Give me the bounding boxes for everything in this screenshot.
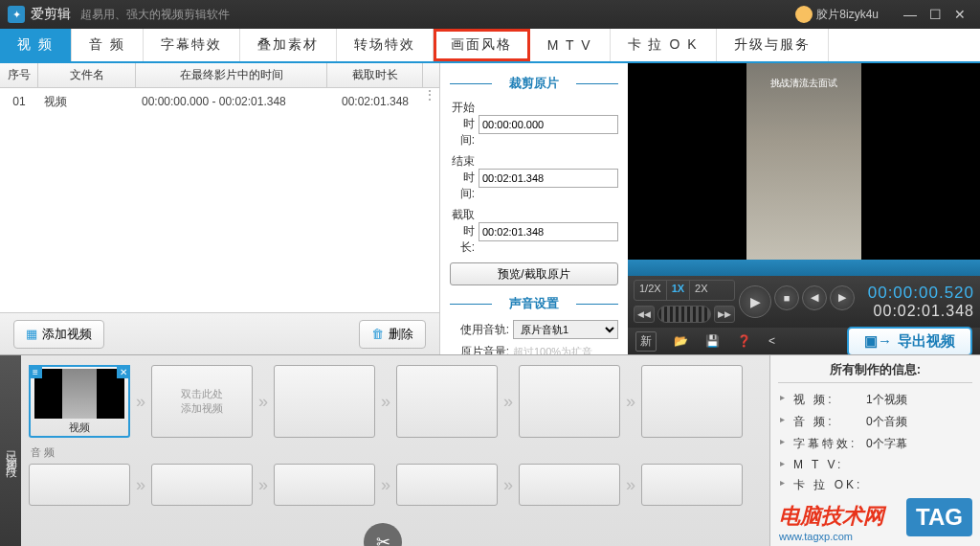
clip-placeholder[interactable] [519,365,620,438]
end-label: 结束时间: [450,153,475,202]
speed-selector: 1/2X 1X 2X [634,280,735,301]
expand-icon[interactable]: ▸ [780,458,793,471]
table-row[interactable]: 01 视频 00:00:00.000 - 00:02:01.348 00:02:… [0,88,439,115]
actions-bar: 新 📂 💾 ❓ < ▣→ 导出视频 [628,328,980,354]
table-body: 01 视频 00:00:00.000 - 00:02:01.348 00:02:… [0,88,439,312]
clips-area: ≡ ✕ 视频 » 双击此处 添加视频 » » » » 音 频 » » » » [21,355,769,546]
tab-audio[interactable]: 音 频 [72,29,144,61]
video-preview[interactable]: 挑战清流去面试 [628,63,980,260]
add-video-button[interactable]: ▦ 添加视频 [13,320,104,349]
time-display: 00:00:00.520 00:02:01.348 [868,284,974,320]
clip-close-icon[interactable]: ✕ [117,365,130,378]
main-tabs: 视 频 音 频 字幕特效 叠加素材 转场特效 画面风格 M T V 卡 拉 O … [0,29,980,63]
arrow-icon: » [503,475,513,495]
audio-clip-placeholder[interactable] [151,464,253,506]
export-icon: ▣→ [864,332,892,350]
clip-badge-icon: ≡ [29,365,42,378]
next-frame-button[interactable]: ▶ [830,285,855,310]
arrow-icon: » [381,475,390,495]
step-back-button[interactable]: ◀◀ [634,306,655,323]
share-icon[interactable]: < [768,334,775,348]
clip-placeholder[interactable] [274,365,375,438]
arrow-icon: » [626,392,635,412]
info-row: ▸视 频:1个视频 [778,389,972,411]
arrow-icon: » [258,392,268,412]
play-button[interactable]: ▶ [739,285,771,318]
track-label: 使用音轨: [450,322,509,338]
audio-clip-placeholder[interactable] [274,464,375,506]
preview-crop-button[interactable]: 预览/截取原片 [450,262,618,285]
user-area[interactable]: 胶片8izyk4u [795,6,879,23]
timeline-scrubber[interactable] [628,260,980,276]
add-icon: ▦ [26,327,37,341]
delete-button[interactable]: 🗑 删除 [359,320,426,349]
maximize-button[interactable]: ☐ [923,7,947,22]
save-icon[interactable]: 💾 [705,334,720,348]
video-caption: 挑战清流去面试 [746,77,861,90]
close-button[interactable]: ✕ [947,7,972,22]
tab-style[interactable]: 画面风格 [434,29,530,61]
info-title: 所有制作的信息: [778,361,972,383]
expand-icon[interactable]: ▸ [780,436,793,452]
tab-transition[interactable]: 转场特效 [337,29,434,61]
stop-button[interactable]: ■ [774,285,799,310]
clip-placeholder[interactable] [641,365,743,438]
info-row: ▸字幕特效:0个字幕 [778,433,972,455]
duration-input[interactable] [479,222,618,241]
app-title: 爱剪辑 [31,6,71,23]
row-menu-icon[interactable]: ⋮ [423,88,436,115]
clip-item[interactable]: ≡ ✕ 视频 [29,365,130,438]
audio-clip-placeholder[interactable] [519,464,620,506]
tab-overlay[interactable]: 叠加素材 [240,29,337,61]
step-fwd-button[interactable]: ▶▶ [714,306,735,323]
audio-clip-placeholder[interactable] [29,464,130,506]
expand-icon[interactable]: ▸ [780,392,793,408]
info-row: ▸卡 拉 OK: [778,474,972,496]
sound-title: 声音设置 [450,295,618,312]
total-time: 00:02:01.348 [868,303,974,320]
new-button[interactable]: 新 [635,331,657,352]
crop-title: 裁剪原片 [450,75,618,92]
open-icon[interactable]: 📂 [674,334,688,348]
dur-label: 截取时长: [450,207,475,256]
prev-frame-button[interactable]: ◀ [802,285,827,310]
tab-mtv[interactable]: M T V [530,29,611,61]
audio-clip-placeholder[interactable] [396,464,498,506]
clip-placeholder[interactable] [396,365,498,438]
titlebar: ✦ 爱剪辑 超易用、强大的视频剪辑软件 胶片8izyk4u — ☐ ✕ [0,0,980,29]
start-time-input[interactable] [479,115,618,134]
tab-subtitle[interactable]: 字幕特效 [144,29,240,61]
clip-placeholder[interactable]: 双击此处 添加视频 [151,365,253,438]
app-subtitle: 超易用、强大的视频剪辑软件 [80,7,230,23]
tag-badge: TAG [906,498,972,536]
audio-track: » » » » » [29,464,762,506]
expand-icon[interactable]: ▸ [780,414,793,430]
audio-track-select[interactable]: 原片音轨1 [513,320,618,339]
end-time-input[interactable] [479,169,618,188]
help-icon[interactable]: ❓ [737,334,751,348]
audio-clip-placeholder[interactable] [641,464,743,506]
minimize-button[interactable]: — [898,7,923,22]
jog-wheel[interactable] [657,306,711,323]
app-logo: ✦ [8,6,25,23]
cell-range: 00:00:00.000 - 00:02:01.348 [136,88,327,115]
watermark: 电脑技术网 www.tagxp.com [779,502,884,542]
video-thumbnail: 挑战清流去面试 [746,63,861,260]
tab-upgrade[interactable]: 升级与服务 [717,29,829,61]
expand-icon[interactable]: ▸ [780,477,793,493]
scissors-icon[interactable]: ✂ [364,523,402,546]
avatar-icon [795,6,813,23]
clip-list-panel: 序号 文件名 在最终影片中的时间 截取时长 01 视频 00:00:00.000… [0,63,440,354]
speed-1x[interactable]: 1X [667,281,690,300]
speed-half[interactable]: 1/2X [635,281,667,300]
start-label: 开始时间: [450,100,475,148]
tab-video[interactable]: 视 频 [0,29,72,61]
export-video-button[interactable]: ▣→ 导出视频 [847,327,972,356]
tab-karaoke[interactable]: 卡 拉 O K [611,29,717,61]
audio-label: 音 频 [31,445,762,460]
arrow-icon: » [503,392,513,412]
arrow-icon: » [381,392,390,412]
speed-2x[interactable]: 2X [690,281,712,300]
added-clips-label: 已添加片段 [0,355,21,546]
cell-index: 01 [0,88,38,115]
